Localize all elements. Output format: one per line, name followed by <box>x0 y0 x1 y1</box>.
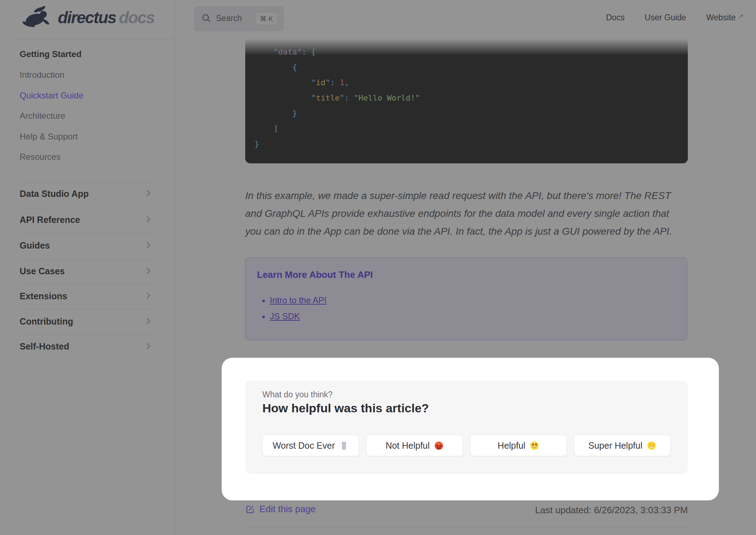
feedback-eyebrow: What do you think? <box>262 390 333 399</box>
super-helpful-label: Super Helpful <box>588 440 642 451</box>
feedback-card: What do you think? How helpful was this … <box>245 381 688 474</box>
grinning-face-emoji-icon <box>530 441 539 450</box>
feedback-spotlight: What do you think? How helpful was this … <box>222 358 719 500</box>
feedback-question: How helpful was this article? <box>262 401 429 415</box>
not-helpful-button[interactable]: Not Helpful <box>366 435 463 456</box>
helpful-button[interactable]: Helpful <box>470 435 567 456</box>
worst-doc-ever-button[interactable]: Worst Doc Ever <box>262 435 359 456</box>
super-helpful-button[interactable]: Super Helpful <box>574 435 671 456</box>
worst-doc-ever-label: Worst Doc Ever <box>273 440 335 451</box>
feedback-buttons: Worst Doc Ever Not Helpful <box>262 435 671 456</box>
not-helpful-label: Not Helpful <box>385 440 430 451</box>
angry-face-emoji-icon <box>434 441 444 450</box>
directus-docs-page: directusdocs Getting Started Introductio… <box>0 0 756 535</box>
helpful-label: Helpful <box>498 440 525 451</box>
star-struck-emoji-icon <box>647 441 656 450</box>
wastebasket-emoji-icon <box>339 441 349 450</box>
